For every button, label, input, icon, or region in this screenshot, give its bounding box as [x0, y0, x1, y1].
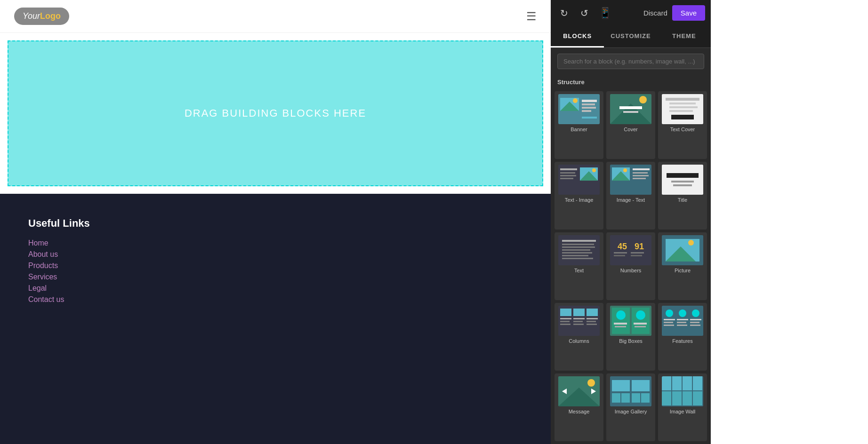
top-bar: ↻ ↺ 📱 Discard Save [551, 0, 711, 26]
svg-rect-7 [582, 110, 591, 112]
block-item-text-image[interactable]: Text - Image [555, 162, 603, 230]
main-area: Your Logo ☰ DRAG BUILDING BLOCKS HERE Us… [0, 0, 551, 444]
svg-rect-12 [619, 106, 642, 109]
redo-button[interactable]: ↺ [577, 6, 592, 21]
header: Your Logo ☰ [0, 0, 551, 33]
block-item-banner[interactable]: Banner [555, 91, 603, 159]
discard-button[interactable]: Discard [643, 9, 667, 17]
block-thumbnail-image-text [610, 165, 651, 195]
svg-point-76 [636, 310, 645, 320]
blocks-grid: BannerCoverText CoverText - ImageImage -… [551, 88, 711, 444]
svg-rect-80 [635, 326, 646, 327]
block-label-text: Text [574, 268, 584, 273]
drop-zone-label: DRAG BUILDING BLOCKS HERE [185, 107, 366, 119]
search-input[interactable] [557, 54, 704, 69]
svg-rect-21 [560, 168, 577, 170]
search-bar [551, 48, 711, 75]
drop-zone[interactable]: DRAG BUILDING BLOCKS HERE [8, 40, 543, 186]
svg-rect-41 [562, 240, 596, 242]
block-item-numbers[interactable]: 4591Numbers [606, 232, 655, 300]
svg-rect-22 [560, 172, 575, 174]
svg-point-31 [623, 168, 627, 172]
svg-point-90 [692, 309, 699, 317]
footer-link-about-us[interactable]: About us [28, 250, 522, 259]
block-thumbnail-message [558, 376, 600, 406]
svg-rect-108 [662, 391, 671, 405]
footer-heading: Useful Links [28, 217, 522, 230]
block-item-image-wall[interactable]: Image Wall [658, 373, 707, 441]
svg-point-86 [679, 309, 686, 317]
save-button[interactable]: Save [672, 5, 705, 21]
block-thumbnail-columns [558, 306, 600, 336]
footer-link-home[interactable]: Home [28, 239, 522, 247]
footer-link-legal[interactable]: Legal [28, 284, 522, 293]
block-item-cover[interactable]: Cover [606, 91, 655, 159]
svg-rect-62 [560, 321, 570, 322]
block-label-message: Message [569, 409, 590, 414]
footer-link-products[interactable]: Products [28, 262, 522, 270]
svg-rect-48 [610, 235, 651, 265]
block-item-features[interactable]: Features [658, 303, 707, 371]
svg-point-3 [573, 98, 578, 103]
svg-point-27 [592, 168, 596, 172]
section-label: Structure [551, 75, 711, 88]
block-item-picture[interactable]: Picture [658, 232, 707, 300]
block-item-title[interactable]: Title [658, 162, 707, 230]
footer-link-contact-us[interactable]: Contact us [28, 295, 522, 304]
svg-rect-16 [669, 103, 696, 104]
svg-rect-19 [671, 115, 694, 119]
block-item-columns[interactable]: Columns [555, 303, 603, 371]
svg-rect-88 [677, 322, 686, 323]
block-thumbnail-image-wall [662, 376, 703, 406]
block-item-image-text[interactable]: Image - Text [606, 162, 655, 230]
undo-button[interactable]: ↻ [556, 6, 572, 21]
block-item-text[interactable]: Text [555, 232, 603, 300]
block-item-message[interactable]: Message [555, 373, 603, 441]
svg-point-75 [616, 310, 626, 320]
svg-rect-8 [582, 117, 597, 119]
svg-rect-93 [690, 325, 700, 326]
block-label-big-boxes: Big Boxes [619, 338, 643, 344]
svg-rect-71 [587, 324, 597, 325]
svg-rect-35 [633, 178, 646, 179]
svg-text:91: 91 [635, 242, 644, 251]
svg-rect-23 [560, 175, 576, 176]
svg-rect-37 [667, 173, 699, 178]
block-thumbnail-picture [662, 235, 703, 265]
svg-rect-92 [690, 322, 699, 323]
block-item-big-boxes[interactable]: Big Boxes [606, 303, 655, 371]
svg-point-82 [666, 309, 673, 317]
hamburger-icon[interactable]: ☰ [526, 10, 537, 23]
svg-rect-63 [560, 324, 571, 325]
svg-rect-32 [633, 168, 650, 170]
tab-blocks[interactable]: BLOCKS [551, 26, 604, 48]
svg-rect-46 [562, 255, 588, 256]
block-thumbnail-title [662, 165, 703, 195]
svg-rect-68 [587, 309, 598, 316]
footer: Useful Links HomeAbout usProductsService… [0, 194, 551, 444]
svg-rect-34 [633, 175, 649, 176]
tab-theme[interactable]: THEME [658, 26, 711, 48]
svg-rect-61 [560, 318, 571, 319]
block-thumbnail-features [662, 306, 703, 336]
svg-rect-114 [693, 391, 702, 405]
svg-text:45: 45 [618, 242, 627, 251]
block-label-features: Features [672, 338, 692, 344]
svg-rect-6 [582, 107, 596, 109]
svg-rect-79 [634, 323, 647, 325]
block-item-text-cover[interactable]: Text Cover [658, 91, 707, 159]
svg-point-11 [639, 96, 647, 103]
mobile-preview-icon[interactable]: 📱 [599, 7, 611, 19]
svg-rect-107 [662, 376, 671, 390]
block-item-image-gallery[interactable]: Image Gallery [606, 373, 655, 441]
footer-link-services[interactable]: Services [28, 273, 522, 281]
logo: Your Logo [14, 8, 69, 25]
block-label-title: Title [678, 197, 687, 203]
tab-customize[interactable]: CUSTOMIZE [604, 26, 657, 48]
block-thumbnail-image-gallery [610, 376, 651, 406]
svg-rect-110 [672, 391, 682, 405]
block-thumbnail-cover [610, 94, 651, 124]
panel-tabs: BLOCKSCUSTOMIZETHEME [551, 26, 711, 48]
svg-rect-105 [641, 393, 650, 403]
svg-rect-51 [614, 252, 627, 254]
